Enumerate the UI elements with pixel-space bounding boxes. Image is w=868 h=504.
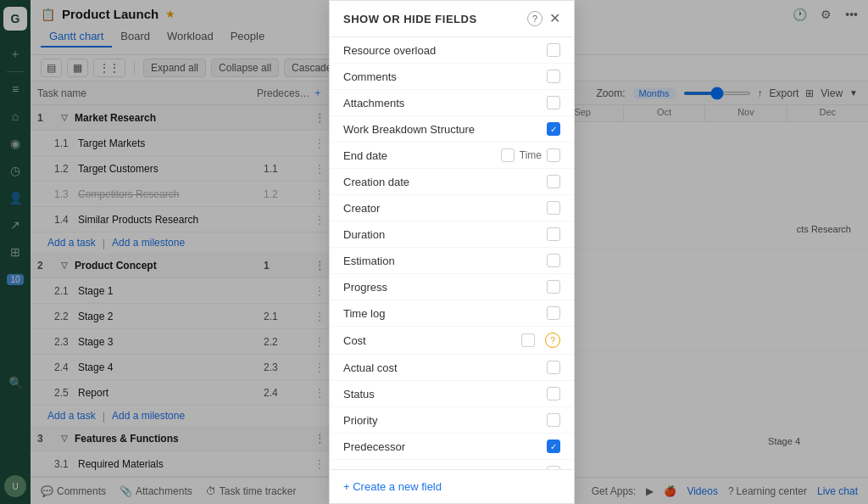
field-checkbox-predecessor[interactable] [547,440,560,453]
field-label-predecessor: Predecessor [343,440,547,453]
field-row-progress: Progress [330,274,574,300]
field-checkbox-progress[interactable] [547,280,560,294]
field-row-resource-overload: Resource overload [330,37,574,64]
field-row-predecessor: Predecessor [330,434,574,460]
field-checkbox-creator[interactable] [547,201,560,215]
show-hide-fields-modal: SHOW OR HIDE FIELDS ? ✕ Resource overloa… [329,0,575,504]
field-label-wbs: Work Breakdown Structure [343,123,547,136]
field-row-creator: Creator [330,195,574,221]
field-row-priority: Priority [330,407,574,434]
field-checkbox-wbs[interactable] [547,122,560,136]
field-checkbox-time-log[interactable] [547,306,560,320]
create-new-field-btn[interactable]: + Create a new field [343,480,560,493]
field-checkbox-creation-date[interactable] [547,175,560,188]
end-date-time-checkbox[interactable] [547,148,560,162]
field-label-progress: Progress [343,281,547,294]
field-checkbox-end-date[interactable] [501,148,515,162]
field-checkbox-estimation[interactable] [547,254,560,267]
field-label-creator: Creator [343,202,547,215]
field-row-time-log: Time log [330,300,574,327]
field-checkbox-priority[interactable] [547,413,560,427]
field-row-creation-date: Creation date [330,169,574,195]
field-label-comments: Comments [343,70,547,83]
field-row-actual-cost: Actual cost [330,355,574,381]
field-checkbox-attachments[interactable] [547,96,560,109]
field-label-end-date: End date [343,149,501,162]
modal-overlay: SHOW OR HIDE FIELDS ? ✕ Resource overloa… [0,0,868,504]
end-date-time-label: Time [520,149,542,161]
field-row-status: Status [330,381,574,407]
field-row-wbs: Work Breakdown Structure [330,116,574,143]
end-date-time-toggle: Time [501,148,560,162]
field-row-duration: Duration [330,221,574,248]
field-row-end-date: End date Time [330,143,574,169]
create-field-label: + Create a new field [343,480,442,493]
field-row-assigned: Assigned [330,460,574,469]
modal-footer: + Create a new field [330,469,574,503]
field-label-resource-overload: Resource overload [343,44,547,57]
field-label-estimation: Estimation [343,255,547,267]
modal-help-btn[interactable]: ? [527,11,542,26]
field-checkbox-resource-overload[interactable] [547,43,560,57]
modal-header: SHOW OR HIDE FIELDS ? ✕ [330,1,574,37]
field-label-actual-cost: Actual cost [343,361,547,374]
modal-body: Resource overload Comments Attachments W… [330,37,574,469]
field-label-cost: Cost [343,334,521,347]
field-label-duration: Duration [343,228,547,241]
field-label-attachments: Attachments [343,97,547,109]
app-container: G ＋ ≡ ⌂ ◉ ◷ 👤 ↗ ⊞ 10 🔍 U 📋 Product Launc… [0,0,868,504]
field-row-estimation: Estimation [330,248,574,274]
field-label-priority: Priority [343,414,547,427]
field-checkbox-comments[interactable] [547,70,560,83]
field-checkbox-duration[interactable] [547,227,560,241]
field-checkbox-cost[interactable] [521,333,535,347]
cost-help-icon[interactable]: ? [545,333,560,348]
field-label-time-log: Time log [343,307,547,320]
modal-close-btn[interactable]: ✕ [549,12,560,25]
field-row-cost: Cost ? [330,327,574,355]
modal-actions: ? ✕ [527,11,560,26]
field-checkbox-status[interactable] [547,387,560,400]
modal-title: SHOW OR HIDE FIELDS [343,13,477,25]
field-row-comments: Comments [330,64,574,90]
field-label-status: Status [343,388,547,400]
field-row-attachments: Attachments [330,90,574,116]
field-label-creation-date: Creation date [343,176,547,188]
field-checkbox-actual-cost[interactable] [547,361,560,374]
